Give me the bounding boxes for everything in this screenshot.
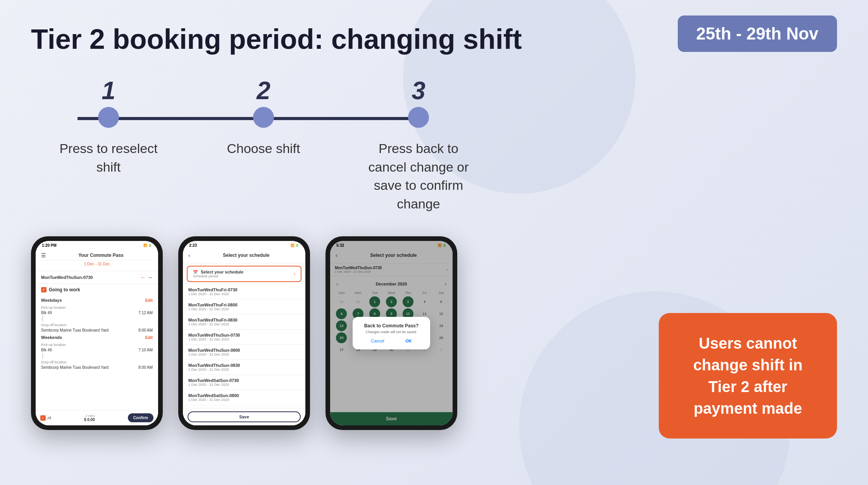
pickup2-time: 7:10 AM xyxy=(138,348,153,352)
phone-3: 5:32 📶 🔋 ‹ Select your schedule MonTueWe… xyxy=(326,236,457,430)
dropoff2-name: Sembcorp Marine Tuas Boulevard Yard xyxy=(41,365,108,370)
step-2-circle xyxy=(253,107,274,128)
phone-2-status-bar: 2:23 📶 🔋 xyxy=(183,241,305,250)
weekends-label: Weekends xyxy=(41,335,62,340)
rides-count: 2 rides xyxy=(84,414,95,418)
phone-1-title: Your Commute Pass xyxy=(49,253,153,258)
phone-1-screen: 1:20 PM 📶 🔋 ☰ Your Commute Pass 1 Dec - … xyxy=(36,241,158,425)
phone-2: 2:23 📶 🔋 ‹ Select your schedule 📅 xyxy=(178,236,310,430)
shift-row[interactable]: MonTueWedThuSun-0730 ← → xyxy=(36,271,158,284)
pickup-time: 7:12 AM xyxy=(138,311,153,315)
weekdays-edit[interactable]: Edit xyxy=(145,298,153,303)
price: $ 0.00 xyxy=(84,418,95,422)
dropoff-label: Drop-off location xyxy=(36,322,158,328)
date-badge: 25th - 29th Nov xyxy=(678,15,837,52)
schedule-item[interactable]: MonTueWedSatSun-0800 1 Dec 2020 - 31 Dec… xyxy=(183,390,305,405)
schedule-item-date: 1 Dec 2020 - 31 Dec 2020 xyxy=(188,292,300,296)
pickup-row: Blk 49 7:12 AM xyxy=(36,310,158,315)
schedule-item-name: MonTueWedThuSun-0800 xyxy=(188,348,300,353)
dialog-title: Back to Commute Pass? xyxy=(360,323,422,328)
calendar-icon: 📅 xyxy=(193,270,198,274)
selected-sub: Schedule period xyxy=(193,274,243,278)
schedule-item-name: MonTueWedThuSun-0830 xyxy=(188,363,300,368)
save-button[interactable]: Save xyxy=(188,411,301,422)
dropoff-time: 8:00 AM xyxy=(138,328,153,332)
timeline-steps: 1 Press to reselect shift 2 Choose shift… xyxy=(31,78,496,213)
selected-title: Select your schedule xyxy=(201,270,243,274)
step-2-label: Choose shift xyxy=(227,139,300,158)
weekdays-label: Weekdays xyxy=(41,298,62,303)
dialog-cancel-button[interactable]: Cancel xyxy=(371,339,384,343)
schedule-item-date: 1 Dec 2020 - 31 Dec 2020 xyxy=(188,398,300,402)
phone-3-screen: 5:32 📶 🔋 ‹ Select your schedule MonTueWe… xyxy=(330,241,453,425)
dialog-buttons: Cancel OK xyxy=(360,339,422,343)
schedule-item-name: MonTueWedSatSun-0800 xyxy=(188,393,300,398)
schedule-item[interactable]: MonTueWedThuFri-0730 1 Dec 2020 - 31 Dec… xyxy=(183,284,305,299)
dialog-ok-button[interactable]: OK xyxy=(405,339,412,343)
hamburger-icon[interactable]: ☰ xyxy=(41,252,46,258)
schedule-item-name: MonTueWedThuSun-0730 xyxy=(188,333,300,337)
all-checkbox[interactable]: ✓ All xyxy=(40,415,51,421)
phone-2-time: 2:23 xyxy=(189,243,197,248)
schedule-list: MonTueWedThuFri-0730 1 Dec 2020 - 31 Dec… xyxy=(183,284,305,405)
dropoff2-label: Drop-off location xyxy=(36,359,158,365)
dialog-message: Changes made will not be saved. xyxy=(360,330,422,334)
weekends-header: Weekends Edit xyxy=(36,333,158,342)
step-2: 2 Choose shift xyxy=(186,78,341,158)
step-3-circle xyxy=(408,107,429,128)
pickup-label: Pick-up location xyxy=(36,305,158,310)
pickup2-name: Blk 49 xyxy=(41,348,52,352)
weekdays-header: Weekdays Edit xyxy=(36,296,158,305)
confirm-button[interactable]: Confirm xyxy=(128,413,153,422)
step-2-number: 2 xyxy=(257,78,270,103)
dialog-box: Back to Commute Pass? Changes made will … xyxy=(353,317,430,349)
schedule-item-name: MonTueWedThuFri-0800 xyxy=(188,303,300,307)
checkbox-icon: ✓ xyxy=(41,287,46,292)
arrow-left-icon[interactable]: ← xyxy=(140,274,146,280)
phone-1-bottom: ✓ All 2 rides $ 0.00 Confirm xyxy=(36,410,158,425)
dropoff2-time: 8:00 AM xyxy=(138,365,153,370)
phone-1: 1:20 PM 📶 🔋 ☰ Your Commute Pass 1 Dec - … xyxy=(31,236,163,430)
phone-1-time: 1:20 PM xyxy=(42,243,57,248)
schedule-item[interactable]: MonTueWedThuSun-0830 1 Dec 2020 - 31 Dec… xyxy=(183,360,305,375)
selected-chevron-icon: › xyxy=(294,271,295,277)
weekends-edit[interactable]: Edit xyxy=(145,335,153,340)
checkbox-row[interactable]: ✓ Going to work xyxy=(36,284,158,296)
schedule-item[interactable]: MonTueWedThuFri-0800 1 Dec 2020 - 31 Dec… xyxy=(183,299,305,315)
arrow-right-icon[interactable]: → xyxy=(147,274,153,280)
rides-info: 2 rides $ 0.00 xyxy=(84,414,95,422)
warning-box: Users cannot change shift in Tier 2 afte… xyxy=(659,313,837,439)
schedule-item-date: 1 Dec 2020 - 31 Dec 2020 xyxy=(188,307,300,311)
phone-1-nav: ☰ Your Commute Pass xyxy=(41,252,153,258)
shift-arrows: ← → xyxy=(140,274,153,280)
checkbox-label: Going to work xyxy=(49,287,80,292)
schedule-selected[interactable]: 📅 Select your schedule Schedule period › xyxy=(187,266,301,282)
schedule-item[interactable]: MonTueWedThuFri-0830 1 Dec 2020 - 31 Dec… xyxy=(183,315,305,330)
schedule-item[interactable]: MonTueWedSatSun-0730 1 Dec 2020 - 31 Dec… xyxy=(183,375,305,390)
step-1: 1 Press to reselect shift xyxy=(31,78,186,176)
schedule-item-date: 1 Dec 2020 - 31 Dec 2020 xyxy=(188,353,300,356)
all-label: All xyxy=(47,416,51,420)
schedule-item-date: 1 Dec 2020 - 31 Dec 2020 xyxy=(188,337,300,341)
schedule-item-name: MonTueWedSatSun-0730 xyxy=(188,378,300,383)
phone-1-status-bar: 1:20 PM 📶 🔋 xyxy=(36,241,158,250)
schedule-item[interactable]: MonTueWedThuSun-0730 1 Dec 2020 - 31 Dec… xyxy=(183,330,305,345)
phone-1-date-bar: 1 Dec - 31 Dec xyxy=(41,260,153,268)
back-chevron-icon[interactable]: ‹ xyxy=(188,252,190,258)
step-3: 3 Press back to cancel change or save to… xyxy=(341,78,496,213)
phone-1-header: ☰ Your Commute Pass 1 Dec - 31 Dec xyxy=(36,250,158,271)
route-line xyxy=(42,316,43,322)
step-3-label: Press back to cancel change or save to c… xyxy=(360,139,477,213)
phone-2-header: ‹ Select your schedule xyxy=(183,250,305,263)
phone-2-icons: 📶 🔋 xyxy=(291,244,299,247)
dropoff2-row: Sembcorp Marine Tuas Boulevard Yard 8:00… xyxy=(36,365,158,370)
phone-2-screen: 2:23 📶 🔋 ‹ Select your schedule 📅 xyxy=(183,241,305,425)
dropoff-row: Sembcorp Marine Tuas Boulevard Yard 8:00… xyxy=(36,328,158,333)
warning-text: Users cannot change shift in Tier 2 afte… xyxy=(677,332,818,419)
shift-name: MonTueWedThuSun-0730 xyxy=(41,275,93,280)
schedule-item[interactable]: MonTueWedThuSun-0800 1 Dec 2020 - 31 Dec… xyxy=(183,345,305,360)
pickup2-row: Blk 49 7:10 AM xyxy=(36,347,158,353)
pickup-name: Blk 49 xyxy=(41,311,52,315)
back-row: ‹ Select your schedule xyxy=(188,252,300,258)
schedule-item-date: 1 Dec 2020 - 31 Dec 2020 xyxy=(188,368,300,371)
